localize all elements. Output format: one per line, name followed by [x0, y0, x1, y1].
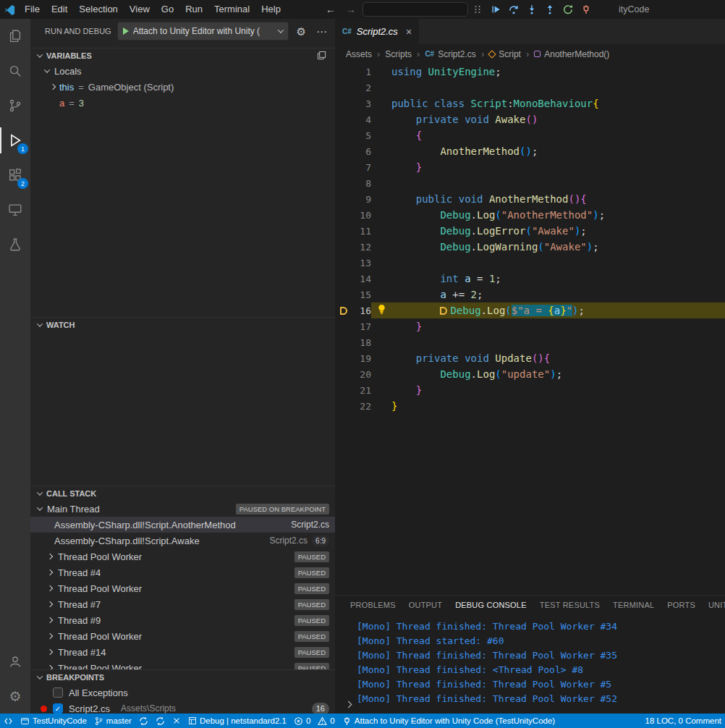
callstack-thread[interactable]: Thread Pool WorkerPAUSED	[30, 628, 335, 644]
code-line[interactable]: 2	[335, 80, 725, 96]
tab-script2[interactable]: C# Script2.cs ×	[335, 19, 419, 44]
breadcrumb-item[interactable]: AnotherMethod()	[534, 49, 609, 59]
callstack-thread[interactable]: Thread #14PAUSED	[30, 644, 335, 660]
menu-edit[interactable]: Edit	[46, 0, 73, 19]
remote-indicator[interactable]	[0, 714, 17, 728]
call-stack-header[interactable]: CALL STACK	[30, 486, 335, 501]
accounts-icon[interactable]	[0, 644, 30, 679]
panel-tab-test-results[interactable]: TEST RESULTS	[533, 596, 606, 615]
code-line[interactable]: 4 private void Awake()	[335, 111, 725, 127]
debug-console-input[interactable]	[346, 698, 351, 709]
menu-view[interactable]: View	[124, 0, 156, 19]
run-and-debug-icon[interactable]: 1	[0, 123, 30, 158]
start-debug-icon[interactable]	[123, 27, 129, 35]
callstack-thread[interactable]: Thread Pool WorkerPAUSED	[30, 580, 335, 596]
panel-tab-terminal[interactable]: TERMINAL	[606, 596, 661, 615]
code-line[interactable]: 16 Debug.Log($"a = {a}");	[335, 302, 725, 318]
callstack-thread-main[interactable]: Main ThreadPAUSED ON BREAKPOINT	[30, 501, 335, 517]
callstack-thread[interactable]: Thread #4PAUSED	[30, 564, 335, 580]
remote-explorer-icon[interactable]	[0, 192, 30, 227]
breadcrumb-item[interactable]: Assets	[346, 49, 372, 59]
panel-tab-output[interactable]: OUTPUT	[402, 596, 449, 615]
loc-counter[interactable]: 18 LOC, 0 Comment	[642, 716, 725, 725]
step-over-button[interactable]	[506, 1, 522, 17]
variable-row[interactable]: this = GameObject (Script)	[30, 79, 335, 95]
code-line[interactable]: 7 }	[335, 159, 725, 175]
code-line[interactable]: 13	[335, 255, 725, 271]
lightbulb-icon[interactable]	[377, 304, 386, 317]
status-close[interactable]	[169, 714, 185, 728]
code-line[interactable]: 9 public void AnotherMethod(){	[335, 191, 725, 207]
breakpoints-header[interactable]: BREAKPOINTS	[30, 669, 335, 685]
menu-selection[interactable]: Selection	[73, 0, 123, 19]
callstack-thread[interactable]: Thread Pool WorkerPAUSED	[30, 549, 335, 564]
extensions-icon[interactable]: 2	[0, 158, 30, 192]
callstack-thread[interactable]: Thread #9PAUSED	[30, 612, 335, 628]
collapse-all-icon[interactable]	[317, 51, 326, 62]
testing-icon[interactable]	[0, 227, 30, 262]
code-line[interactable]: 3public class Script:MonoBehaviour{	[335, 96, 725, 111]
code-line[interactable]: 18	[335, 334, 725, 350]
nav-back-icon[interactable]: ←	[326, 0, 336, 19]
menu-terminal[interactable]: Terminal	[208, 0, 255, 19]
settings-gear-icon[interactable]: ⚙	[0, 679, 30, 714]
breadcrumb-item[interactable]: C#Script2.cs	[425, 49, 475, 59]
panel-tab-unity-c[interactable]: UNITY C	[702, 596, 725, 615]
git-sync[interactable]	[135, 714, 152, 728]
panel-tab-problems[interactable]: PROBLEMS	[344, 596, 402, 615]
step-into-button[interactable]	[524, 1, 540, 17]
more-actions-icon[interactable]: ⋯	[314, 26, 329, 37]
breakpoint-checkbox[interactable]: ✓	[53, 703, 63, 714]
breadcrumb-item[interactable]: Scripts	[385, 49, 412, 59]
code-line[interactable]: 10 Debug.Log("AnotherMethod");	[335, 207, 725, 223]
breadcrumb-item[interactable]: Script	[489, 49, 521, 59]
debug-settings-gear-icon[interactable]: ⚙	[294, 26, 308, 37]
problems-errors[interactable]: 0	[290, 714, 314, 728]
command-center-search[interactable]	[362, 2, 468, 17]
breakpoint-checkbox[interactable]	[53, 687, 63, 698]
source-control-icon[interactable]	[0, 88, 30, 123]
menu-help[interactable]: Help	[255, 0, 287, 19]
disconnect-button[interactable]	[578, 1, 594, 17]
panel-tab-debug-console[interactable]: DEBUG CONSOLE	[449, 596, 533, 615]
git-branch[interactable]: master	[90, 714, 135, 728]
code-line[interactable]: 15 a += 2;	[335, 287, 725, 302]
menu-run[interactable]: Run	[179, 0, 208, 19]
background-task[interactable]	[152, 714, 169, 728]
debug-config-dropdown[interactable]: Attach to Unity Editor with Unity (	[117, 22, 289, 41]
breakpoint-row[interactable]: All Exceptions	[30, 685, 335, 701]
code-line[interactable]: 22}	[335, 398, 725, 414]
callstack-frame[interactable]: Assembly-CSharp.dll!Script.AnotherMethod…	[30, 517, 335, 533]
variables-scope-locals[interactable]: Locals	[30, 63, 335, 79]
nav-forward-icon[interactable]: →	[346, 0, 356, 19]
problems-warnings[interactable]: 0	[314, 714, 338, 728]
code-line[interactable]: 12 Debug.LogWarning("Awake");	[335, 239, 725, 255]
code-line[interactable]: 19 private void Update(){	[335, 350, 725, 366]
variable-row[interactable]: a = 3	[30, 95, 335, 111]
watch-header[interactable]: WATCH	[30, 317, 335, 332]
breakpoint-row[interactable]: ✓Script2.csAssets\Scripts16	[30, 701, 335, 714]
search-icon[interactable]	[0, 54, 30, 88]
breakpoint-gutter[interactable]	[335, 307, 352, 315]
explorer-icon[interactable]	[0, 19, 30, 54]
code-line[interactable]: 6 AnotherMethod();	[335, 143, 725, 159]
code-line[interactable]: 20 Debug.Log("update");	[335, 366, 725, 382]
step-out-button[interactable]	[542, 1, 558, 17]
debug-session[interactable]: Attach to Unity Editor with Unity Code (…	[339, 714, 559, 728]
project-name[interactable]: TestUnityCode	[17, 714, 90, 728]
code-line[interactable]: 21 }	[335, 382, 725, 398]
code-line[interactable]: 17 }	[335, 318, 725, 334]
code-line[interactable]: 11 Debug.LogError("Awake");	[335, 223, 725, 239]
panel-tab-ports[interactable]: PORTS	[661, 596, 702, 615]
menu-file[interactable]: File	[19, 0, 46, 19]
code-line[interactable]: 14 int a = 1;	[335, 271, 725, 287]
project-configuration[interactable]: Debug | netstandard2.1	[185, 714, 290, 728]
restart-button[interactable]	[560, 1, 576, 17]
code-line[interactable]: 1using UnityEngine;	[335, 64, 725, 80]
code-line[interactable]: 5 {	[335, 127, 725, 143]
code-line[interactable]: 8	[335, 175, 725, 191]
drag-grip-icon[interactable]	[470, 1, 486, 17]
variables-header[interactable]: VARIABLES	[30, 48, 335, 63]
callstack-frame[interactable]: Assembly-CSharp.dll!Script.AwakeScript2.…	[30, 533, 335, 549]
continue-button[interactable]	[488, 1, 504, 17]
